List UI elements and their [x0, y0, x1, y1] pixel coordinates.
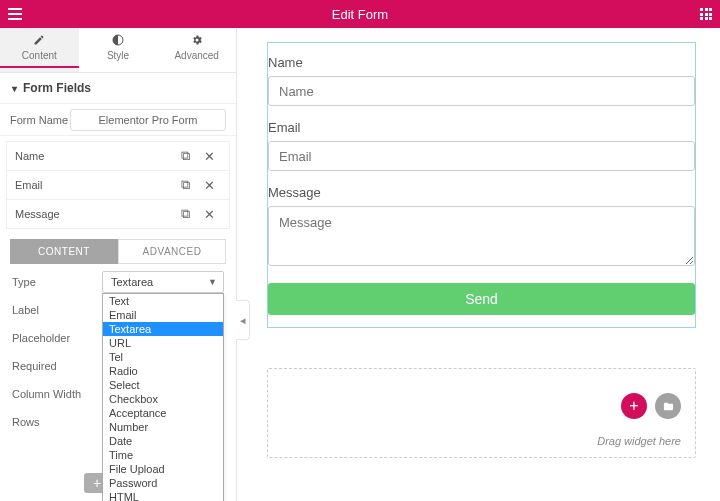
form-name-input[interactable] — [70, 109, 226, 131]
type-option[interactable]: Text — [103, 294, 223, 308]
type-option[interactable]: Tel — [103, 350, 223, 364]
type-option[interactable]: HTML — [103, 490, 223, 501]
type-option[interactable]: Email — [103, 308, 223, 322]
form-label-name: Name — [268, 55, 695, 70]
chevron-left-icon: ◂ — [240, 314, 246, 327]
folder-icon — [662, 401, 675, 412]
form-submit-button[interactable]: Send — [268, 283, 695, 315]
editor-topbar: Edit Form — [0, 0, 720, 28]
tab-style[interactable]: Style — [79, 28, 158, 72]
duplicate-icon[interactable]: ⧉ — [173, 206, 197, 222]
form-textarea-message[interactable] — [268, 206, 695, 266]
drop-zone-hint: Drag widget here — [597, 435, 681, 447]
section-title: Form Fields — [23, 81, 91, 95]
form-input-name[interactable] — [268, 76, 695, 106]
panel-collapse-handle[interactable]: ◂ — [236, 300, 250, 340]
type-option[interactable]: Textarea — [103, 322, 223, 336]
field-row-email[interactable]: Email ⧉ ✕ — [6, 170, 230, 200]
menu-button[interactable] — [8, 8, 22, 20]
type-option[interactable]: URL — [103, 336, 223, 350]
settings-panel: Content Style Advanced ▾ Form Fields For… — [0, 28, 237, 501]
type-option[interactable]: Password — [103, 476, 223, 490]
remove-icon[interactable]: ✕ — [197, 149, 221, 164]
chevron-down-icon: ▼ — [208, 277, 217, 287]
control-type: Type Textarea ▼ TextEmailTextareaURLTelR… — [0, 264, 236, 292]
label-label: Label — [12, 304, 102, 316]
form-input-email[interactable] — [268, 141, 695, 171]
type-option[interactable]: Select — [103, 378, 223, 392]
type-option[interactable]: Date — [103, 434, 223, 448]
duplicate-icon[interactable]: ⧉ — [173, 177, 197, 193]
type-selected: Textarea — [111, 276, 153, 288]
grid-icon — [700, 8, 712, 20]
field-label: Message — [15, 208, 60, 220]
gear-icon — [191, 34, 203, 46]
form-label-email: Email — [268, 120, 695, 135]
column-width-label: Column Width — [12, 388, 102, 400]
section-form-fields[interactable]: ▾ Form Fields — [0, 73, 236, 104]
required-label: Required — [12, 360, 102, 372]
field-row-name[interactable]: Name ⧉ ✕ — [6, 141, 230, 171]
subtab-advanced[interactable]: ADVANCED — [118, 239, 226, 264]
type-dropdown[interactable]: TextEmailTextareaURLTelRadioSelectCheckb… — [102, 293, 224, 501]
tab-advanced[interactable]: Advanced — [157, 28, 236, 72]
remove-icon[interactable]: ✕ — [197, 178, 221, 193]
type-option[interactable]: File Upload — [103, 462, 223, 476]
fields-list: Name ⧉ ✕ Email ⧉ ✕ Message ⧉ ✕ — [0, 142, 236, 229]
type-option[interactable]: Acceptance — [103, 406, 223, 420]
form-name-label: Form Name — [10, 114, 70, 126]
rows-label: Rows — [12, 416, 102, 428]
field-row-message[interactable]: Message ⧉ ✕ — [6, 199, 230, 229]
caret-down-icon: ▾ — [12, 83, 17, 94]
duplicate-icon[interactable]: ⧉ — [173, 148, 197, 164]
type-label: Type — [12, 276, 102, 288]
type-option[interactable]: Radio — [103, 364, 223, 378]
field-label: Name — [15, 150, 44, 162]
editor-body: Content Style Advanced ▾ Form Fields For… — [0, 28, 720, 501]
form-name-row: Form Name — [0, 104, 236, 136]
type-select[interactable]: Textarea ▼ — [102, 271, 224, 293]
drop-zone-actions: + — [621, 393, 681, 419]
placeholder-label: Placeholder — [12, 332, 102, 344]
remove-icon[interactable]: ✕ — [197, 207, 221, 222]
field-label: Email — [15, 179, 43, 191]
subtab-content[interactable]: CONTENT — [10, 239, 118, 264]
settings-tabs: Content Style Advanced — [0, 28, 236, 73]
type-option[interactable]: Time — [103, 448, 223, 462]
type-option[interactable]: Number — [103, 420, 223, 434]
hamburger-icon — [8, 8, 22, 20]
type-option[interactable]: Checkbox — [103, 392, 223, 406]
tab-content-label: Content — [22, 50, 57, 61]
tab-style-label: Style — [107, 50, 129, 61]
template-library-button[interactable] — [655, 393, 681, 419]
pencil-icon — [33, 34, 45, 46]
add-section-button[interactable]: + — [621, 393, 647, 419]
field-subtabs: CONTENT ADVANCED — [10, 239, 226, 264]
tab-advanced-label: Advanced — [174, 50, 218, 61]
drop-zone[interactable]: + Drag widget here — [267, 368, 696, 458]
panel-title: Edit Form — [0, 7, 720, 22]
form-label-message: Message — [268, 185, 695, 200]
contrast-icon — [112, 34, 124, 46]
preview-area: ◂ Name Email Message Send + Drag widget … — [237, 28, 720, 501]
tab-content[interactable]: Content — [0, 28, 79, 72]
widgets-grid-button[interactable] — [700, 8, 712, 20]
form-widget[interactable]: Name Email Message Send — [267, 42, 696, 328]
